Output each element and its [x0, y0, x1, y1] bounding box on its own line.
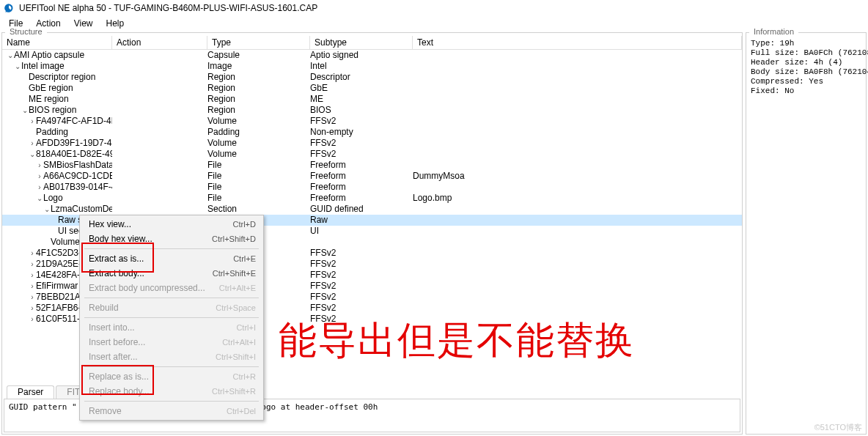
expand-closed-icon[interactable]: ›: [29, 116, 36, 127]
tree-cell-subtype: FFSv2: [310, 149, 413, 160]
tree-cell-type: File: [207, 182, 310, 193]
tree-cell-name: Padding: [2, 127, 112, 138]
expand-closed-icon[interactable]: ›: [29, 248, 36, 259]
tree-row[interactable]: Descriptor regionRegionDescriptor: [2, 72, 742, 83]
tree-cell-subtype: GbE: [310, 83, 413, 94]
tree-row[interactable]: ⌄818A40E1-D82E-497D…VolumeFFSv2: [2, 149, 742, 160]
tree-row[interactable]: ›FA4974FC-AF1D-4E5D…VolumeFFSv2: [2, 116, 742, 127]
tree-row[interactable]: ME regionRegionME: [2, 94, 742, 105]
tab-parser[interactable]: Parser: [7, 385, 54, 399]
ctx-label: Replace body...: [89, 386, 212, 396]
menu-view[interactable]: View: [68, 18, 99, 29]
tree-row[interactable]: ⌄LogoFileFreeformLogo.bmp: [2, 193, 742, 204]
tree-cell-action: [112, 83, 207, 94]
tree-cell-name: ›A66AC9CD-1CDE-48…: [2, 171, 112, 182]
tree-cell-type: File: [207, 193, 310, 204]
expand-open-icon[interactable]: ⌄: [14, 61, 21, 72]
expand-closed-icon[interactable]: ›: [29, 259, 36, 270]
tree-cell-text: [413, 105, 742, 116]
tree-cell-action: [112, 204, 207, 215]
tree-cell-text: [413, 215, 742, 226]
tree-cell-text: [413, 248, 742, 259]
tree-cell-name: ⌄LzmaCustomDecom…: [2, 204, 112, 215]
expand-closed-icon[interactable]: ›: [36, 182, 43, 193]
expand-closed-icon[interactable]: ›: [29, 303, 36, 314]
app-icon: [3, 2, 15, 14]
ctx-shortcut: Ctrl+Shift+E: [213, 269, 256, 278]
tree-row[interactable]: ›SMBiosFlashDataFileFreeform: [2, 160, 742, 171]
tree-cell-name: ME region: [2, 94, 112, 105]
ctx-shortcut: Ctrl+Shift+D: [212, 234, 256, 243]
information-body: Type: 19h Full size: BA0FCh (762108) Hea…: [746, 36, 866, 99]
tree-cell-type: Volume: [207, 149, 310, 160]
expand-closed-icon[interactable]: ›: [36, 160, 43, 171]
tree-cell-type: Volume: [207, 138, 310, 149]
tree-cell-text: [413, 237, 742, 248]
col-type[interactable]: Type: [207, 36, 310, 49]
tree-cell-subtype: Freeform: [310, 182, 413, 193]
expand-open-icon[interactable]: ⌄: [36, 193, 43, 204]
col-name[interactable]: Name: [2, 36, 112, 49]
ctx-label: Body hex view...: [89, 234, 212, 244]
tree-row[interactable]: PaddingPaddingNon-empty: [2, 127, 742, 138]
tree-cell-name: ⌄818A40E1-D82E-497D…: [2, 149, 112, 160]
tree-row[interactable]: ⌄AMI Aptio capsuleCapsuleAptio signed: [2, 50, 742, 61]
ctx-item[interactable]: Extract body...Ctrl+Shift+E: [80, 266, 263, 281]
ctx-label: Insert before...: [89, 337, 222, 347]
ctx-separator: [84, 248, 259, 249]
ctx-shortcut: Ctrl+Shift+I: [216, 352, 256, 361]
expand-closed-icon[interactable]: ›: [29, 314, 36, 325]
tree-row[interactable]: ⌄LzmaCustomDecom…SectionGUID defined: [2, 204, 742, 215]
tree-cell-subtype: FFSv2: [310, 270, 413, 281]
expand-closed-icon[interactable]: ›: [36, 171, 43, 182]
tree-row[interactable]: ›AB017B39-014F-4A…FileFreeform: [2, 182, 742, 193]
tree-cell-name: GbE region: [2, 83, 112, 94]
ctx-item: Insert before...Ctrl+Alt+I: [80, 335, 263, 350]
col-action[interactable]: Action: [112, 36, 207, 49]
tree-cell-text: [413, 61, 742, 72]
tree-row[interactable]: GbE regionRegionGbE: [2, 83, 742, 94]
ctx-label: Rebuild: [89, 303, 216, 313]
tree-cell-text: [413, 94, 742, 105]
tree-cell-subtype: Freeform: [310, 193, 413, 204]
ctx-item[interactable]: Hex view...Ctrl+D: [80, 217, 263, 232]
tree-cell-text: [413, 226, 742, 237]
structure-title: Structure: [5, 27, 47, 36]
context-menu[interactable]: Hex view...Ctrl+DBody hex view...Ctrl+Sh…: [79, 215, 264, 421]
tree-cell-text: [413, 292, 742, 303]
expand-closed-icon[interactable]: ›: [29, 270, 36, 281]
tree-cell-subtype: FFSv2: [310, 281, 413, 292]
ctx-item: RebuildCtrl+Space: [80, 300, 263, 315]
expand-open-icon[interactable]: ⌄: [21, 105, 29, 116]
ctx-label: Extract body...: [89, 268, 213, 278]
information-panel: Information Type: 19h Full size: BA0FCh …: [746, 32, 867, 435]
tree-cell-action: [112, 105, 207, 116]
menu-help[interactable]: Help: [100, 18, 130, 29]
tree-cell-subtype: UI: [310, 226, 413, 237]
tree-cell-name: ⌄BIOS region: [2, 105, 112, 116]
col-subtype[interactable]: Subtype: [310, 36, 413, 49]
tree-cell-subtype: Aptio signed: [310, 50, 413, 61]
tree-row[interactable]: ⌄BIOS regionRegionBIOS: [2, 105, 742, 116]
ctx-item: Insert after...Ctrl+Shift+I: [80, 350, 263, 364]
col-text[interactable]: Text: [413, 36, 742, 49]
expand-open-icon[interactable]: ⌄: [29, 149, 36, 160]
tree-row[interactable]: ›AFDD39F1-19D7-4501…VolumeFFSv2: [2, 138, 742, 149]
expand-closed-icon[interactable]: ›: [29, 138, 36, 149]
ctx-label: Extract body uncompressed...: [89, 283, 219, 293]
tree-row[interactable]: ⌄Intel imageImageIntel: [2, 61, 742, 72]
ctx-separator: [84, 401, 259, 402]
expand-closed-icon[interactable]: ›: [29, 292, 36, 303]
expand-open-icon[interactable]: ⌄: [7, 50, 14, 61]
tree-cell-subtype: ME: [310, 94, 413, 105]
tree-cell-name: ⌄AMI Aptio capsule: [2, 50, 112, 61]
expand-closed-icon[interactable]: ›: [29, 281, 36, 292]
tree-cell-subtype: Raw: [310, 215, 413, 226]
ctx-item[interactable]: Body hex view...Ctrl+Shift+D: [80, 232, 263, 246]
tree-row[interactable]: ›A66AC9CD-1CDE-48…FileFreeformDummyMsoa: [2, 171, 742, 182]
expand-open-icon[interactable]: ⌄: [43, 204, 51, 215]
ctx-item[interactable]: Extract as is...Ctrl+E: [80, 251, 263, 266]
tree-cell-action: [112, 182, 207, 193]
ctx-shortcut: Ctrl+Alt+E: [219, 284, 256, 292]
tree-cell-type: Padding: [207, 127, 310, 138]
